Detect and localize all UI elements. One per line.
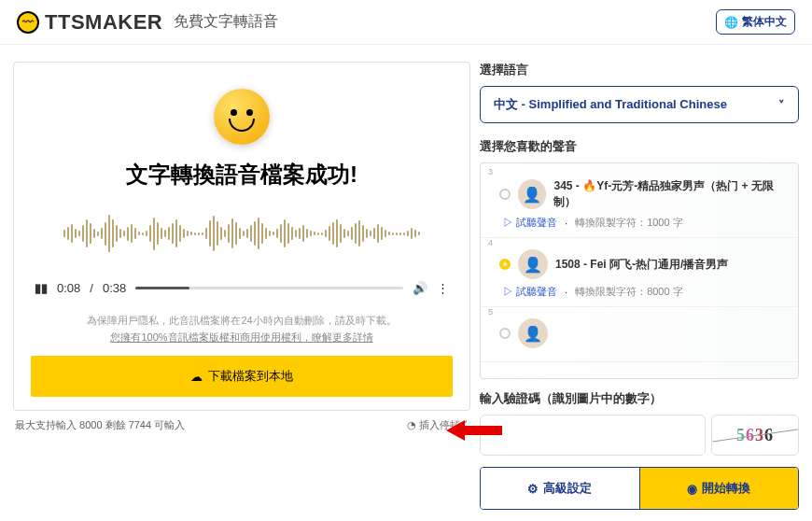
captcha-label: 輸入驗證碼（識別圖片中的數字） [480, 390, 799, 407]
waveform [36, 210, 447, 257]
start-convert-button[interactable]: ◉ 開始轉換 [640, 468, 799, 509]
avatar-icon: 👤 [518, 179, 547, 209]
subtitle: 免費文字轉語音 [174, 12, 278, 32]
header: 〰 TTSMAKER 免費文字轉語音 🌐 繁体中文 [0, 0, 812, 45]
pause-icon[interactable]: ▮▮ [35, 281, 48, 295]
smiley-icon [214, 89, 270, 145]
progress-bar[interactable] [135, 287, 403, 289]
voice-num: 5 [488, 307, 493, 317]
captcha-image[interactable]: 5636 [711, 415, 799, 456]
language-label: 選擇語言 [480, 62, 799, 78]
globe-icon: 🌐 [724, 16, 738, 29]
captcha-input[interactable] [480, 415, 706, 456]
voice-num: 4 [488, 238, 493, 247]
voice-num: 3 [488, 167, 493, 176]
voice-item[interactable]: 4 👤 1508 - Fei 阿飞-热门通用/播音男声 ▷ 試聽聲音·轉換限製字… [481, 238, 798, 307]
more-icon[interactable]: ⋮ [437, 281, 449, 295]
language-selected: 中文 - Simplified and Traditional Chinese [494, 96, 727, 113]
sliders-icon: ⚙ [527, 482, 539, 496]
advanced-settings-button[interactable]: ⚙ 高級設定 [481, 468, 640, 509]
avatar-icon: 👤 [518, 318, 548, 348]
voice-item[interactable]: 3 👤 345 - 🔥Yf-元芳-精品独家男声（热门 + 无限制） ▷ 試聽聲音… [481, 167, 798, 238]
chevron-down-icon: ˅ [778, 98, 785, 112]
radio-icon[interactable] [499, 189, 511, 200]
try-voice-link[interactable]: ▷ 試聽聲音 [503, 216, 557, 230]
result-card: 文字轉換語音檔案成功! ▮▮ 0:08 / 0:38 🔊 ⋮ 為保障用戶隱私，此… [13, 62, 470, 411]
avatar-icon: 👤 [518, 249, 548, 279]
voice-item[interactable]: 5 👤 [481, 307, 798, 362]
language-select[interactable]: 中文 - Simplified and Traditional Chinese … [480, 86, 799, 123]
play-circle-icon: ◉ [687, 482, 697, 496]
voices-label: 選擇您喜歡的聲音 [480, 138, 799, 155]
language-switch-button[interactable]: 🌐 繁体中文 [716, 9, 795, 35]
privacy-note: 為保障用戶隱私，此音訊檔案將在24小時內自動刪除，請及時下載。 [31, 314, 453, 328]
try-voice-link[interactable]: ▷ 試聽聲音 [503, 285, 557, 299]
voices-list[interactable]: 3 👤 345 - 🔥Yf-元芳-精品独家男声（热门 + 无限制） ▷ 試聽聲音… [480, 162, 799, 379]
voice-name: 1508 - Fei 阿飞-热门通用/播音男声 [555, 257, 728, 273]
radio-icon[interactable] [499, 328, 511, 339]
time-total: 0:38 [103, 281, 126, 295]
radio-icon[interactable] [499, 259, 511, 270]
lang-label: 繁体中文 [742, 14, 787, 30]
voice-limit: 轉換限製字符：1000 字 [575, 216, 683, 230]
logo: 〰 TTSMAKER [17, 10, 162, 35]
svg-marker-0 [446, 420, 502, 441]
rights-link[interactable]: 您擁有100%音訊檔案版權和商用使用權利，瞭解更多詳情 [31, 331, 453, 345]
success-title: 文字轉換語音檔案成功! [31, 160, 453, 190]
audio-player: ▮▮ 0:08 / 0:38 🔊 ⋮ [31, 281, 453, 306]
cloud-download-icon: ☁ [190, 370, 203, 384]
brand-name: TTSMAKER [45, 10, 162, 35]
voice-limit: 轉換限製字符：8000 字 [575, 285, 683, 299]
quota-text: 最大支持輸入 8000 剩餘 7744 可輸入 [15, 418, 185, 432]
clock-icon: ◔ [407, 419, 416, 430]
logo-icon: 〰 [17, 11, 39, 34]
volume-icon[interactable]: 🔊 [413, 281, 427, 295]
voice-name: 345 - 🔥Yf-元芳-精品独家男声（热门 + 无限制） [553, 178, 787, 210]
download-label: 下載檔案到本地 [208, 368, 293, 385]
download-button[interactable]: ☁ 下載檔案到本地 [31, 356, 453, 397]
time-current: 0:08 [57, 281, 80, 295]
red-arrow-annotation [446, 418, 502, 443]
